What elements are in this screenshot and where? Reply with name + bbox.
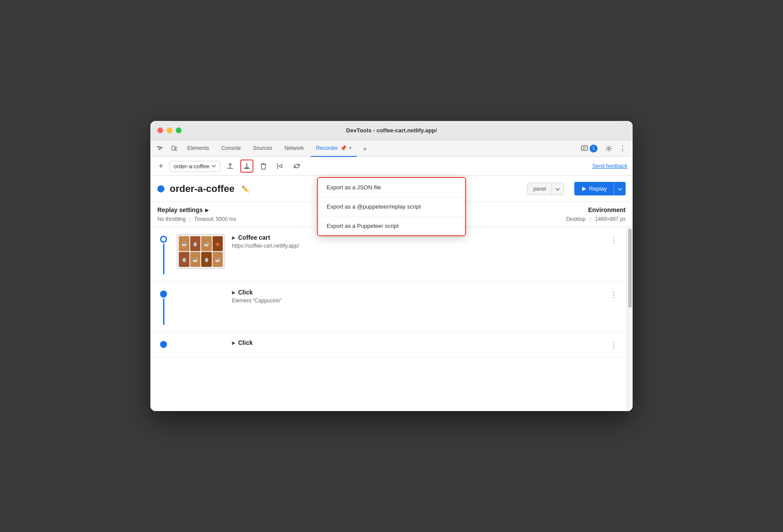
device-icon[interactable] — [168, 142, 180, 155]
settings-expand-icon: ▶ — [205, 208, 209, 213]
step-timeline-1 — [150, 234, 177, 274]
recording-select[interactable]: order-a-coffee — [170, 161, 220, 172]
minimize-button[interactable] — [167, 128, 172, 133]
step-node-2 — [160, 291, 167, 298]
recording-status-dot — [157, 185, 164, 192]
export-json-item[interactable]: Export as a JSON file — [318, 178, 465, 197]
scroll-thumb[interactable] — [628, 229, 632, 308]
tab-console[interactable]: Console — [216, 140, 246, 157]
scrollbar[interactable] — [626, 227, 633, 411]
tab-recorder[interactable]: Recorder 📌 × — [311, 140, 357, 157]
send-feedback-link[interactable]: Send feedback — [592, 163, 627, 169]
nav-bar: Elements Console Sources Network Recorde… — [150, 140, 633, 157]
panel-dropdown-button[interactable] — [552, 183, 564, 195]
environment-section: Environment Desktop | 1469×887 px — [566, 206, 626, 222]
upload-icon[interactable] — [224, 160, 237, 173]
step-node-1 — [160, 236, 167, 243]
step-expand-btn-3[interactable] — [232, 340, 235, 345]
step-thumbnail-1: ☕ 🍵 ☕ 🫖 🍵 ☕ 🍵 ☕ — [177, 234, 225, 269]
step-expand-btn-2[interactable] — [232, 290, 235, 295]
tab-elements[interactable]: Elements — [182, 140, 214, 157]
replay-dropdown-button[interactable] — [614, 182, 626, 195]
steps-area: ☕ 🍵 ☕ 🫖 🍵 ☕ 🍵 ☕ Coffe — [150, 227, 633, 411]
settings-left: Replay settings ▶ No throttling | Timeou… — [157, 206, 236, 222]
tab-sources[interactable]: Sources — [248, 140, 278, 157]
panel-select-area: panel — [527, 183, 563, 195]
panel-select[interactable]: panel — [527, 183, 551, 195]
inspect-icon[interactable] — [154, 142, 166, 155]
svg-point-3 — [608, 147, 610, 149]
svg-rect-2 — [581, 146, 587, 150]
export-puppeteer-replay-item[interactable]: Export as a @puppeteer/replay script — [318, 197, 465, 216]
replay-button-group: Replay — [574, 182, 626, 195]
step-line-2 — [163, 298, 164, 325]
step-more-3[interactable]: ⋮ — [608, 339, 619, 351]
settings-icon[interactable] — [603, 142, 615, 155]
svg-marker-4 — [582, 187, 586, 191]
more-tabs-icon[interactable]: » — [359, 142, 371, 155]
steps-list: ☕ 🍵 ☕ 🫖 🍵 ☕ 🍵 ☕ Coffe — [150, 227, 626, 411]
settings-details: No throttling | Timeout: 5000 ms — [157, 216, 236, 222]
step-more-1[interactable]: ⋮ — [608, 234, 619, 245]
messages-button[interactable]: 1 — [577, 143, 601, 154]
replay-chevron-icon — [618, 188, 622, 191]
step-item-3: Click ⋮ — [150, 332, 626, 358]
more-options-icon[interactable]: ⋮ — [617, 142, 629, 155]
maximize-button[interactable] — [176, 128, 182, 133]
titlebar: DevTools - coffee-cart.netlify.app/ — [150, 121, 633, 140]
window-title: DevTools - coffee-cart.netlify.app/ — [346, 127, 437, 134]
settings-title[interactable]: Replay settings ▶ — [157, 206, 236, 213]
devtools-window: DevTools - coffee-cart.netlify.app/ Elem… — [150, 121, 633, 411]
step-line-1 — [163, 244, 164, 274]
step-info-1: Coffee cart https://coffee-cart.netlify.… — [232, 234, 608, 249]
step-expand-btn-1[interactable] — [232, 235, 235, 240]
replay-loop-icon[interactable] — [290, 160, 303, 173]
svg-rect-0 — [172, 146, 175, 150]
step-item-2: Click Element "Cappucino" ⋮ — [150, 282, 626, 332]
step-info-3: Click — [232, 339, 608, 346]
step-desc-2: Element "Cappucino" — [232, 298, 608, 304]
edit-icon[interactable]: ✏️ — [242, 185, 249, 192]
export-puppeteer-item[interactable]: Export as a Puppeteer script — [318, 216, 465, 235]
devtools-body: Elements Console Sources Network Recorde… — [150, 140, 633, 411]
tab-network[interactable]: Network — [279, 140, 309, 157]
step-play-icon[interactable] — [274, 160, 287, 173]
step-url-1: https://coffee-cart.netlify.app/ — [232, 243, 608, 249]
replay-button[interactable]: Replay — [574, 182, 614, 195]
step-title-2: Click — [232, 289, 608, 296]
svg-rect-1 — [175, 147, 177, 150]
step-node-3 — [160, 341, 167, 348]
recorder-toolbar: + order-a-coffee — [150, 157, 633, 176]
traffic-lights — [157, 128, 182, 133]
tab-close-icon[interactable]: × — [349, 145, 352, 151]
step-info-2: Click Element "Cappucino" — [232, 289, 608, 304]
dropdown-chevron-icon — [212, 165, 216, 167]
environment-title: Environment — [566, 206, 626, 213]
step-title-3: Click — [232, 339, 608, 346]
close-button[interactable] — [157, 128, 163, 133]
play-icon — [581, 186, 587, 192]
recorder-pin-icon: 📌 — [340, 145, 347, 151]
recording-title: order-a-coffee — [170, 183, 235, 195]
panel-chevron-icon — [555, 188, 560, 191]
step-timeline-3 — [150, 339, 177, 348]
environment-details: Desktop | 1469×887 px — [566, 216, 626, 222]
step-more-2[interactable]: ⋮ — [608, 289, 619, 300]
recording-name-label: order-a-coffee — [174, 163, 209, 170]
nav-right: 1 ⋮ — [577, 142, 629, 155]
delete-icon[interactable] — [257, 160, 270, 173]
message-badge: 1 — [590, 145, 598, 153]
download-button[interactable] — [240, 160, 253, 173]
step-timeline-2 — [150, 289, 177, 325]
add-recording-button[interactable]: + — [156, 161, 166, 171]
export-dropdown: Export as a JSON file Export as a @puppe… — [317, 177, 466, 236]
